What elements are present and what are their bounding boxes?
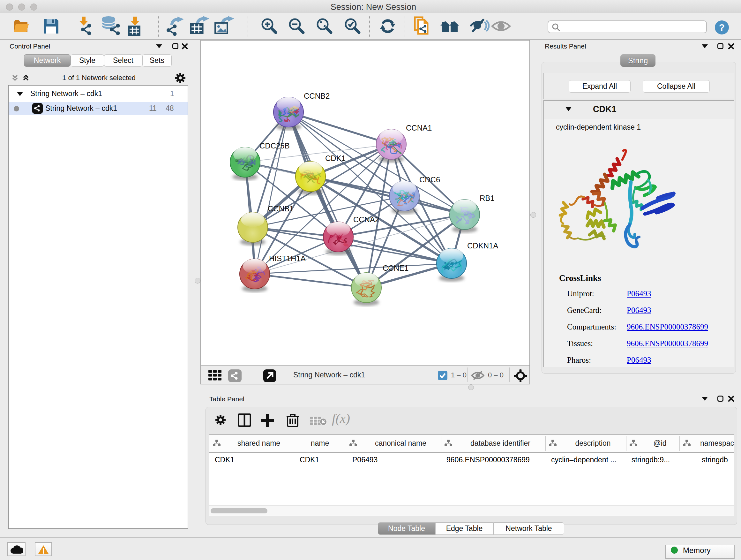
svg-text:CCNB2: CCNB2 — [304, 91, 330, 100]
svg-text:RB1: RB1 — [480, 194, 495, 202]
svg-text:CDC6: CDC6 — [419, 175, 440, 184]
svg-text:CDK1: CDK1 — [325, 154, 346, 163]
svg-text:CCNA2: CCNA2 — [353, 215, 379, 224]
svg-text:HIST1H1A: HIST1H1A — [269, 254, 306, 263]
svg-text:CDC25B: CDC25B — [259, 141, 290, 150]
svg-text:CDKN1A: CDKN1A — [467, 241, 498, 250]
svg-text:CCNE1: CCNE1 — [383, 264, 408, 272]
svg-text:CCNA1: CCNA1 — [406, 124, 432, 132]
svg-text:CCNB1: CCNB1 — [268, 204, 293, 213]
svg-text:?: ? — [719, 22, 725, 33]
